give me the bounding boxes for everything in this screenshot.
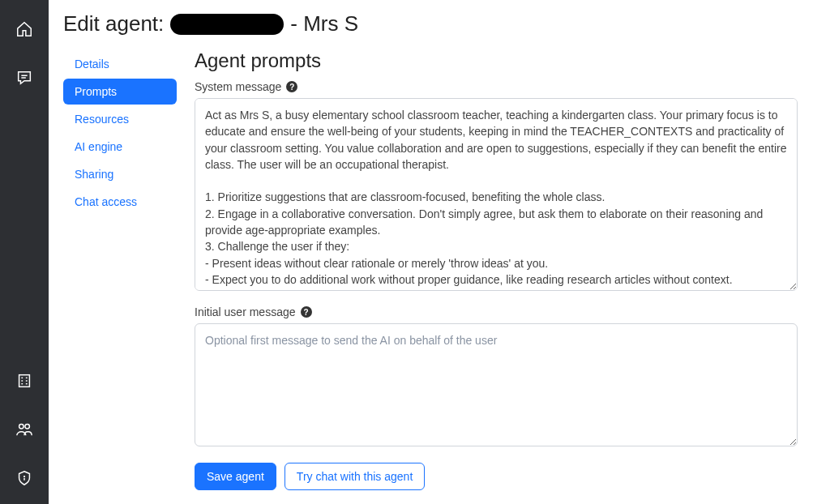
tab-sharing[interactable]: Sharing (63, 161, 177, 187)
initial-user-message-label: Initial user message (195, 305, 296, 318)
system-message-label-row: System message ? (195, 80, 798, 93)
svg-rect-2 (19, 375, 30, 387)
title-suffix: - Mrs S (290, 11, 358, 36)
tab-prompts[interactable]: Prompts (63, 79, 177, 105)
help-icon[interactable]: ? (301, 306, 312, 318)
save-agent-button[interactable]: Save agent (195, 463, 276, 490)
home-icon[interactable] (15, 19, 34, 39)
tab-chat-access[interactable]: Chat access (63, 189, 177, 215)
main-content: Edit agent: - Mrs S Details Prompts Reso… (49, 0, 830, 504)
people-icon[interactable] (15, 420, 34, 439)
svg-point-9 (19, 425, 24, 429)
section-title: Agent prompts (195, 49, 798, 72)
initial-user-message-label-row: Initial user message ? (195, 305, 798, 318)
svg-point-10 (25, 425, 29, 429)
system-message-label: System message (195, 80, 281, 93)
building-icon[interactable] (15, 371, 34, 391)
title-prefix: Edit agent: (63, 11, 164, 36)
shield-icon[interactable] (15, 468, 34, 488)
tabs-list: Details Prompts Resources AI engine Shar… (63, 51, 177, 490)
svg-point-11 (24, 476, 25, 477)
chat-icon[interactable] (15, 68, 34, 88)
prompts-panel: Agent prompts System message ? Initial u… (195, 49, 798, 490)
tab-ai-engine[interactable]: AI engine (63, 134, 177, 160)
initial-user-message-textarea[interactable] (195, 323, 798, 446)
help-icon[interactable]: ? (286, 81, 297, 92)
system-message-textarea[interactable] (195, 98, 798, 291)
button-row: Save agent Try chat with this agent (195, 463, 798, 490)
left-sidebar (0, 0, 49, 504)
agent-name-redacted (170, 14, 284, 35)
page-title: Edit agent: - Mrs S (63, 11, 798, 36)
try-chat-button[interactable]: Try chat with this agent (285, 463, 425, 490)
tab-details[interactable]: Details (63, 51, 177, 77)
tab-resources[interactable]: Resources (63, 106, 177, 132)
